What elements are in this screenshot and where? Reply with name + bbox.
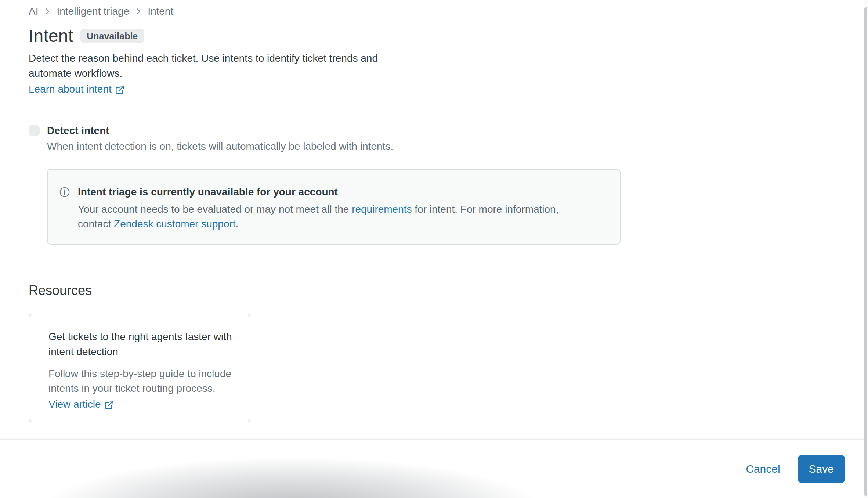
scrollbar-thumb[interactable] (864, 7, 867, 496)
alert-body-text: Your account needs to be evaluated or ma… (78, 203, 352, 215)
resource-card: Get tickets to the right agents faster w… (29, 314, 250, 422)
detect-intent-toggle[interactable] (29, 125, 40, 136)
chevron-right-icon (134, 7, 142, 15)
save-button[interactable]: Save (798, 455, 845, 483)
scrollbar (864, 0, 868, 498)
breadcrumb-item-ai[interactable]: AI (29, 5, 38, 18)
view-article-link[interactable]: View article (48, 398, 114, 411)
view-article-label: View article (48, 398, 101, 411)
alert-title: Intent triage is currently unavailable f… (78, 186, 592, 198)
requirements-link[interactable]: requirements (352, 203, 412, 215)
learn-link-row: Learn about intent (29, 83, 653, 95)
title-row: Intent Unavailable (29, 26, 653, 46)
detect-intent-section: Detect intent When intent detection is o… (29, 125, 653, 245)
alert-body-text: . (236, 218, 239, 230)
learn-about-intent-link[interactable]: Learn about intent (29, 83, 125, 95)
detect-intent-label: Detect intent (47, 125, 653, 137)
external-link-icon (104, 400, 114, 410)
breadcrumb: AI Intelligent triage Intent (29, 5, 653, 18)
resource-card-link-row: View article (48, 398, 231, 411)
learn-about-intent-label: Learn about intent (29, 83, 112, 95)
breadcrumb-item-intent: Intent (148, 5, 173, 18)
resource-card-body: Follow this step-by-step guide to includ… (48, 367, 232, 396)
status-badge: Unavailable (80, 29, 144, 43)
cancel-button[interactable]: Cancel (746, 463, 780, 475)
page-description: Detect the reason behind each ticket. Us… (29, 51, 418, 81)
alert-body: Your account needs to be evaluated or ma… (78, 202, 592, 231)
alert-content: Intent triage is currently unavailable f… (78, 186, 592, 231)
resource-card-title: Get tickets to the right agents faster w… (48, 329, 232, 359)
main-content: AI Intelligent triage Intent Intent Unav… (29, 5, 653, 422)
page: AI Intelligent triage Intent Intent Unav… (0, 0, 868, 498)
external-link-icon (115, 85, 125, 95)
info-alert: Intent triage is currently unavailable f… (47, 169, 621, 245)
detect-intent-helper: When intent detection is on, tickets wil… (47, 140, 653, 153)
breadcrumb-item-intelligent-triage[interactable]: Intelligent triage (57, 5, 129, 18)
zendesk-support-link[interactable]: Zendesk customer support (114, 218, 236, 230)
chevron-right-icon (43, 7, 51, 15)
info-icon (59, 187, 70, 231)
resources-heading: Resources (29, 283, 653, 298)
detect-intent-column: Detect intent When intent detection is o… (47, 125, 653, 245)
page-title: Intent (29, 26, 73, 46)
footer: Cancel Save (0, 439, 864, 498)
